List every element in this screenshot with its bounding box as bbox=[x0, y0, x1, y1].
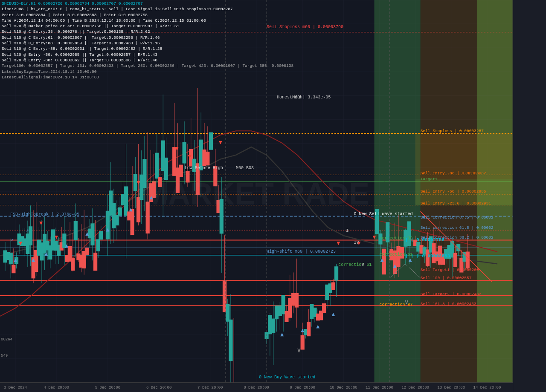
header-line8: Sell %10 @ C_Entry:88: 0.00002859 || Tar… bbox=[2, 40, 293, 46]
chart-container: SHIBUSD-Bin.H1 0.00002726 0.00002734 0.0… bbox=[0, 0, 546, 392]
header-line2: Line:2908 | h1_atr_c:0: 0 | tema_h1_stat… bbox=[2, 6, 293, 12]
header-line5: Sell %20 @ Market price or at: 0.0000275… bbox=[2, 23, 293, 29]
header-line4: Time A:2024.12.14 04:00:00 | Time B:2024… bbox=[2, 18, 293, 23]
header-line10: Sell %20 @ Entry -50: 0.00002985 || Targ… bbox=[2, 52, 293, 58]
header-line12: Target100: 0.00002557 | Target 161: 0.00… bbox=[2, 63, 293, 69]
header-line9: Sell %10 @ C_Entry:-88: 0.00002931 || Ta… bbox=[2, 46, 293, 52]
header-line3: Point A:0.00002884 | Point B:0.00002683 … bbox=[2, 12, 293, 18]
price-axis bbox=[513, 0, 546, 392]
header-area: SHIBUSD-Bin.H1 0.00002726 0.00002734 0.0… bbox=[2, 1, 293, 80]
header-line11: Sell %20 @ Entry -88: 0.00003062 || Targ… bbox=[2, 58, 293, 63]
header-line6: Sell %10 @ C_Entry:38: 0.000276 || Targe… bbox=[2, 29, 293, 35]
time-axis bbox=[0, 383, 513, 392]
header-line13: LatestBuySignalTime:2024.18.14 13:00:00 bbox=[2, 69, 293, 75]
header-line14: LatestSellSignalTime:2024.18.14 01:00:00 bbox=[2, 75, 293, 80]
header-line7: Sell %10 @ C_Entry:61: 0.00002807 || Tar… bbox=[2, 35, 293, 40]
header-line1: SHIBUSD-Bin.H1 0.00002726 0.00002734 0.0… bbox=[2, 1, 293, 6]
